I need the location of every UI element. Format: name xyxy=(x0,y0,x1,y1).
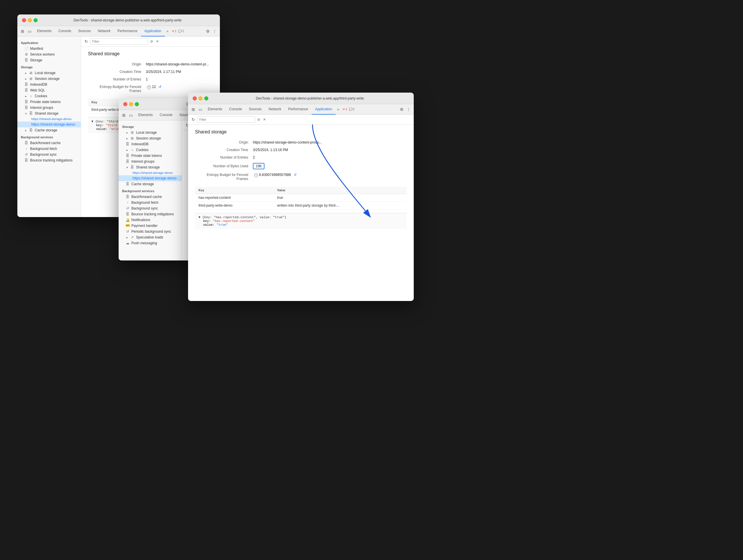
expand-shared[interactable] xyxy=(24,112,27,115)
expand-session-2[interactable] xyxy=(126,137,128,140)
sidebar-session-2[interactable]: ⊞ Session storage xyxy=(119,135,182,141)
filter-input-1[interactable] xyxy=(90,38,148,45)
help-icon-1[interactable]: ⓘ xyxy=(147,85,151,89)
minimize-button-1[interactable] xyxy=(28,18,32,22)
sidebar-periodic-2[interactable]: ↺ Periodic background sync xyxy=(119,229,182,234)
sidebar-cache-2[interactable]: 🗄 Cache storage xyxy=(119,181,182,187)
sidebar-bg-fetch[interactable]: ↑ Background fetch xyxy=(17,146,81,152)
clear-filter-3[interactable]: ⊘ xyxy=(256,117,261,122)
sidebar-shared-url-2b[interactable]: https://shared-storage-demo- xyxy=(119,175,182,181)
sidebar-shared-storage[interactable]: 🗄 Shared storage xyxy=(17,111,81,116)
sidebar-cookies[interactable]: ○ Cookies xyxy=(17,93,81,99)
sidebar-cookies-2[interactable]: ○ Cookies xyxy=(119,147,182,153)
sidebar-private-2[interactable]: 🗄 Private state tokens xyxy=(119,153,182,159)
tab-console[interactable]: Console xyxy=(55,26,75,37)
settings-icon-3[interactable]: ⚙ xyxy=(399,106,404,112)
sidebar-interest-groups[interactable]: 🗄 Interest groups xyxy=(17,105,81,111)
minimize-button-3[interactable] xyxy=(199,96,203,100)
sidebar-storage-app[interactable]: 🗄 Storage xyxy=(17,57,81,63)
refresh-entropy-1[interactable]: ↺ xyxy=(159,85,162,89)
devtools-window-3[interactable]: DevTools - shared-storage-demo-publisher… xyxy=(188,93,414,301)
tab-elements-3[interactable]: Elements xyxy=(204,104,226,115)
select-icon-2[interactable]: ⊞ xyxy=(121,112,127,118)
sidebar-speculative-2[interactable]: ↗ Speculative loads xyxy=(119,234,182,240)
tab-application[interactable]: Application xyxy=(141,26,165,37)
table-row-3-1[interactable]: third-party-write-demo written into thir… xyxy=(195,202,407,210)
entropy-row-3: Entropy Budget for Fenced Frames ⓘ 8.830… xyxy=(195,173,407,181)
sidebar-local-storage[interactable]: ⊞ Local storage xyxy=(17,70,81,76)
expand-session[interactable] xyxy=(24,77,27,80)
sidebar-notifications-2[interactable]: 🔔 Notifications xyxy=(119,217,182,223)
tab-network-3[interactable]: Network xyxy=(265,104,285,115)
websql-icon: 🗄 xyxy=(24,88,28,92)
sidebar-bounce-2[interactable]: 🗄 Bounce tracking mitigations xyxy=(119,211,182,217)
device-icon-3[interactable]: ▭ xyxy=(197,106,203,112)
expand-local[interactable] xyxy=(24,72,27,74)
sidebar-shared-url-1[interactable]: https://shared-storage-demo- xyxy=(17,116,81,122)
tab-console-3[interactable]: Console xyxy=(226,104,245,115)
sidebar-private-tokens[interactable]: 🗄 Private state tokens xyxy=(17,99,81,105)
help-icon-3[interactable]: ⓘ xyxy=(254,173,258,177)
sidebar-bounce-tracking[interactable]: 🗄 Bounce tracking mitigations xyxy=(17,158,81,163)
expand-local-2[interactable] xyxy=(126,131,128,134)
close-button-3[interactable] xyxy=(193,96,197,100)
sidebar-bfcache-2[interactable]: 🗄 Back/forward cache xyxy=(119,194,182,200)
maximize-button-2[interactable] xyxy=(135,102,139,106)
expand-cookies-2[interactable] xyxy=(126,148,128,152)
origin-value-3: https://shared-storage-demo-content-prod… xyxy=(253,140,322,144)
tab-application-3[interactable]: Application xyxy=(312,104,336,115)
clear-filter-1[interactable]: ⊘ xyxy=(149,39,154,44)
tab-sources-3[interactable]: Sources xyxy=(245,104,265,115)
expand-cookies[interactable] xyxy=(24,95,27,97)
sidebar-session-storage[interactable]: ⊞ Session storage xyxy=(17,76,81,82)
tab-console-2[interactable]: Console xyxy=(156,110,176,120)
more-icon-3[interactable]: ⋮ xyxy=(406,106,411,112)
close-button-1[interactable] xyxy=(22,18,26,22)
minimize-button-2[interactable] xyxy=(129,102,133,106)
sidebar-service-workers[interactable]: ⚙ Service workers xyxy=(17,51,81,57)
tab-elements-2[interactable]: Elements xyxy=(135,110,156,120)
reload-icon-1[interactable]: ↻ xyxy=(83,39,89,44)
expand-cache[interactable] xyxy=(24,129,27,132)
close-filter-3[interactable]: ✕ xyxy=(262,117,267,122)
tab-more-1[interactable]: » xyxy=(165,29,170,33)
sidebar-websql[interactable]: 🗄 Web SQL xyxy=(17,87,81,93)
tab-more-3[interactable]: » xyxy=(336,107,341,112)
select-icon[interactable]: ⊞ xyxy=(20,28,26,34)
sidebar-shared-url-2[interactable]: https://shared-storage-demo- xyxy=(17,122,81,127)
maximize-button-3[interactable] xyxy=(204,96,208,100)
close-button-2[interactable] xyxy=(123,102,127,106)
sidebar-bg-sync[interactable]: ↺ Background sync xyxy=(17,152,81,158)
sidebar-bfcache[interactable]: 🗄 Back/forward cache xyxy=(17,140,81,146)
expand-speculative-2[interactable] xyxy=(126,236,128,239)
table-row-3-0[interactable]: has-reported-content true xyxy=(195,194,407,202)
tab-sources[interactable]: Sources xyxy=(75,26,94,37)
tab-performance[interactable]: Performance xyxy=(114,26,141,37)
tab-performance-3[interactable]: Performance xyxy=(285,104,312,115)
sidebar-manifest[interactable]: 📄 Manifest xyxy=(17,46,81,51)
expand-shared-2[interactable] xyxy=(126,166,128,169)
sidebar-payment-2[interactable]: 💳 Payment handler xyxy=(119,223,182,229)
sidebar-local-2[interactable]: ⊞ Local storage xyxy=(119,130,182,135)
sidebar-bg-sync-2[interactable]: ↺ Background sync xyxy=(119,206,182,211)
device-icon-2[interactable]: ▭ xyxy=(128,112,134,118)
sidebar-cache-storage[interactable]: 🗄 Cache storage xyxy=(17,127,81,133)
sidebar-indexeddb[interactable]: 🗄 IndexedDB xyxy=(17,82,81,87)
refresh-entropy-3[interactable]: ↺ xyxy=(294,173,297,177)
sidebar-interest-2[interactable]: 🗄 Interest groups xyxy=(119,159,182,164)
sidebar-shared-2[interactable]: 🗄 Shared storage xyxy=(119,164,182,170)
sidebar-shared-url-2a[interactable]: https://shared-storage-demo- xyxy=(119,170,182,175)
close-filter-1[interactable]: ✕ xyxy=(155,39,160,44)
sidebar-push-2[interactable]: ☁ Push messaging xyxy=(119,240,182,246)
filter-input-3[interactable] xyxy=(197,116,255,123)
settings-icon-1[interactable]: ⚙ xyxy=(205,28,211,34)
sidebar-bg-fetch-2[interactable]: ↑ Background fetch xyxy=(119,200,182,206)
reload-icon-3[interactable]: ↻ xyxy=(190,117,196,122)
device-icon[interactable]: ▭ xyxy=(27,28,32,34)
tab-network[interactable]: Network xyxy=(94,26,114,37)
more-icon-1[interactable]: ⋮ xyxy=(212,28,218,34)
tab-elements[interactable]: Elements xyxy=(34,26,55,37)
sidebar-indexeddb-2[interactable]: 🗄 IndexedDB xyxy=(119,141,182,147)
maximize-button-1[interactable] xyxy=(34,18,38,22)
select-icon-3[interactable]: ⊞ xyxy=(190,106,196,112)
